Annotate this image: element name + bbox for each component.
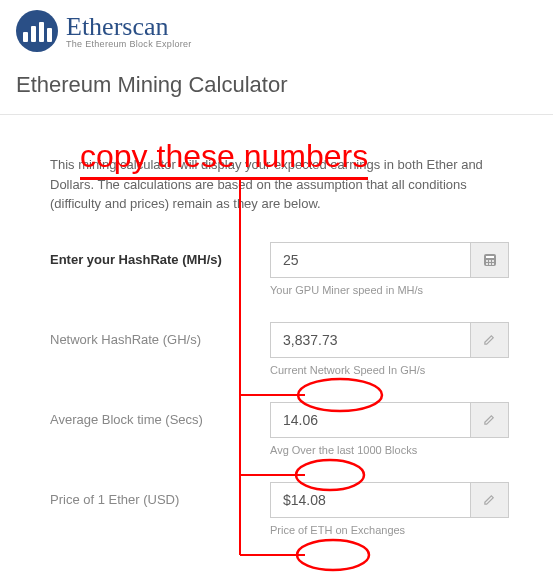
network-input[interactable] <box>271 323 470 357</box>
svg-rect-1 <box>486 256 494 258</box>
calculator-icon[interactable] <box>470 243 508 277</box>
edit-icon[interactable] <box>470 323 508 357</box>
edit-icon[interactable] <box>470 483 508 517</box>
hint-blocktime: Avg Over the last 1000 Blocks <box>270 444 509 456</box>
calculator-form: This mining calculator will display your… <box>0 115 553 577</box>
page-title-bar: Ethereum Mining Calculator <box>0 58 553 115</box>
hint-price: Price of ETH on Exchanges <box>270 524 509 536</box>
brand-tagline: The Ethereum Block Explorer <box>66 40 192 49</box>
row-price: Price of 1 Ether (USD) Price of ETH on E… <box>50 482 509 536</box>
row-hashrate: Enter your HashRate (MH/s) Your GPU Mine… <box>50 242 509 296</box>
label-price: Price of 1 Ether (USD) <box>50 482 270 507</box>
hint-hashrate: Your GPU Miner speed in MH/s <box>270 284 509 296</box>
svg-point-3 <box>489 260 491 262</box>
hint-network: Current Network Speed In GH/s <box>270 364 509 376</box>
site-header: Etherscan The Ethereum Block Explorer <box>0 0 553 58</box>
label-hashrate: Enter your HashRate (MH/s) <box>50 242 270 267</box>
svg-point-6 <box>489 263 491 265</box>
row-blocktime: Average Block time (Secs) Avg Over the l… <box>50 402 509 456</box>
label-blocktime: Average Block time (Secs) <box>50 402 270 427</box>
svg-point-2 <box>486 260 488 262</box>
hashrate-input[interactable] <box>271 243 470 277</box>
logo-text: Etherscan The Ethereum Block Explorer <box>66 14 192 49</box>
svg-point-5 <box>486 263 488 265</box>
page-title: Ethereum Mining Calculator <box>16 72 537 98</box>
svg-point-4 <box>492 260 494 262</box>
svg-point-7 <box>492 263 494 265</box>
brand-name: Etherscan <box>66 14 192 40</box>
row-network: Network HashRate (GH/s) Current Network … <box>50 322 509 376</box>
logo-icon <box>16 10 58 52</box>
label-network: Network HashRate (GH/s) <box>50 322 270 347</box>
intro-text: This mining calculator will display your… <box>50 155 509 214</box>
price-input[interactable] <box>271 483 470 517</box>
edit-icon[interactable] <box>470 403 508 437</box>
blocktime-input[interactable] <box>271 403 470 437</box>
